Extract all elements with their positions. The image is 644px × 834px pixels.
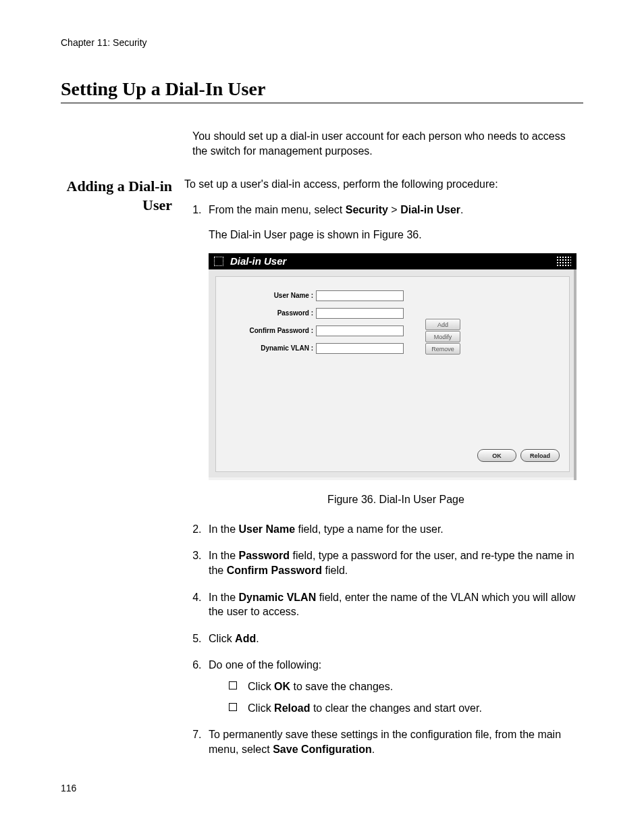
lead-in: To set up a user's dial-in access, perfo… <box>184 177 583 192</box>
step-6-options: Click OK to save the changes. Click Relo… <box>209 679 583 715</box>
step-6a: Click OK to save the changes. <box>229 679 583 694</box>
step-6: Do one of the following: Click OK to sav… <box>205 658 583 715</box>
page-number: 116 <box>61 783 76 793</box>
step-5: Click Add. <box>205 631 583 646</box>
step-2: In the User Name field, type a name for … <box>205 522 583 537</box>
step-6b: Click Reload to clear the changes and st… <box>229 701 583 716</box>
figure-caption: Figure 36. Dial-In User Page <box>209 492 583 507</box>
label-confirm-password: Confirm Password : <box>225 326 316 336</box>
password-field[interactable] <box>316 308 404 319</box>
step-1-note: The Dial-in User page is shown in Figure… <box>209 228 583 242</box>
label-dynamic-vlan: Dynamic VLAN : <box>225 344 316 353</box>
figure-dial-in-user: Dial-in User User Name : Password : <box>209 253 576 480</box>
window-pattern-icon <box>556 256 571 267</box>
chapter-header: Chapter 11: Security <box>61 37 583 48</box>
procedure-list: From the main menu, select Security > Di… <box>184 203 583 757</box>
page-title: Setting Up a Dial-In User <box>61 78 583 103</box>
step-1: From the main menu, select Security > Di… <box>205 203 583 507</box>
label-password: Password : <box>225 309 316 318</box>
ok-button[interactable]: OK <box>477 449 516 462</box>
window-body: User Name : Password : Confirm Password … <box>215 276 570 472</box>
dynamic-vlan-field[interactable] <box>316 343 404 354</box>
window-title: Dial-in User <box>230 255 286 268</box>
step-7: To permanently save these settings in th… <box>205 727 583 756</box>
window-ornament-icon <box>214 257 223 266</box>
user-name-field[interactable] <box>316 290 404 301</box>
add-button[interactable]: Add <box>425 319 460 330</box>
reload-button[interactable]: Reload <box>520 449 560 462</box>
modify-button[interactable]: Modify <box>425 331 460 342</box>
section-label: Adding a Dial-in User <box>61 177 184 214</box>
step-3: In the Password field, type a password f… <box>205 548 583 577</box>
intro-paragraph: You should set up a dial-in user account… <box>192 129 583 158</box>
window-titlebar: Dial-in User <box>209 253 576 269</box>
remove-button[interactable]: Remove <box>425 343 460 355</box>
bottom-button-row: OK Reload <box>477 449 560 462</box>
confirm-password-field[interactable] <box>316 325 404 336</box>
side-button-stack: Add Modify Remove <box>425 319 460 355</box>
label-username: User Name : <box>225 291 316 301</box>
step-4: In the Dynamic VLAN field, enter the nam… <box>205 590 583 619</box>
body-column: To set up a user's dial-in access, perfo… <box>184 177 583 768</box>
